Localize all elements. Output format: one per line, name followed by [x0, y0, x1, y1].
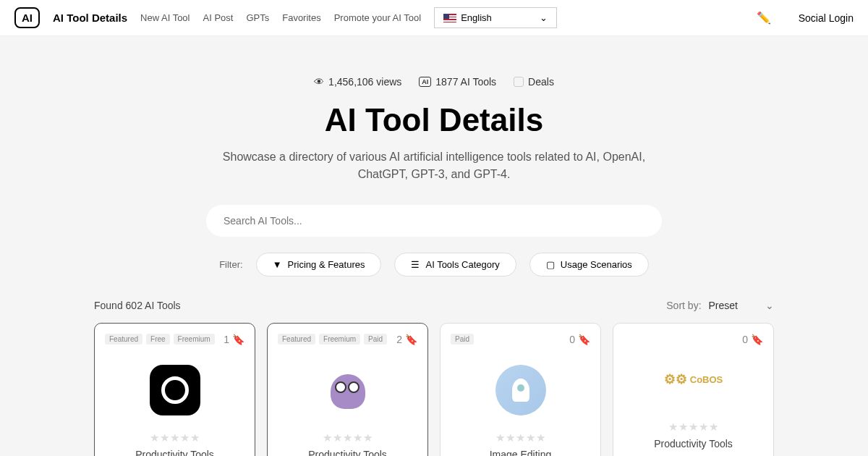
- card-grid: Featured Free Freemium 1 🔖 ★★★★★ Product…: [0, 323, 868, 456]
- filter-icon: ▼: [273, 259, 282, 270]
- eye-icon: 👁: [314, 76, 324, 88]
- bookmark-icon: 🔖: [751, 334, 763, 345]
- tag: Featured: [278, 334, 315, 345]
- ai-badge-icon: AI: [419, 77, 431, 87]
- tag: Featured: [105, 334, 142, 345]
- language-label: English: [461, 12, 492, 23]
- tool-logo: ⚙⚙CoBOS: [624, 347, 763, 412]
- tool-category: Productivity Tools: [278, 449, 417, 456]
- tool-logo: [278, 358, 417, 423]
- rating-stars: ★★★★★: [105, 431, 244, 444]
- language-selector[interactable]: English ⌄: [434, 7, 557, 28]
- rating-stars: ★★★★★: [278, 431, 417, 444]
- flag-icon: [443, 14, 456, 22]
- edit-icon[interactable]: ✏️: [757, 11, 771, 25]
- search-input[interactable]: [224, 215, 644, 227]
- tag: Freemium: [174, 334, 215, 345]
- filter-row: Filter: ▼ Pricing & Features ☰ AI Tools …: [14, 253, 854, 276]
- tool-card[interactable]: 0 🔖 ⚙⚙CoBOS ★★★★★ Productivity Tools: [613, 323, 774, 456]
- tag: Paid: [451, 334, 474, 345]
- tool-count-stat: AI 1877 AI Tools: [419, 76, 496, 88]
- page-subtitle: Showcase a directory of various AI artif…: [210, 148, 658, 183]
- tool-category: Image Editing: [451, 449, 590, 456]
- filter-usage-button[interactable]: ▢ Usage Scenarios: [529, 253, 649, 276]
- stats-bar: 👁 1,456,106 views AI 1877 AI Tools Deals: [14, 76, 854, 88]
- bookmark-icon: 🔖: [578, 334, 590, 345]
- filter-usage-label: Usage Scenarios: [561, 259, 632, 270]
- bookmark-count: 2: [396, 334, 402, 345]
- sort-value: Preset: [709, 300, 738, 311]
- tool-card[interactable]: Paid 0 🔖 ★★★★★ Image Editing: [440, 323, 601, 456]
- gears-icon: ⚙⚙: [664, 371, 687, 387]
- bookmark-count: 0: [569, 334, 575, 345]
- tag: Free: [146, 334, 170, 345]
- results-bar: Found 602 AI Tools Sort by: Preset ⌄: [0, 291, 868, 323]
- rating-stars: ★★★★★: [624, 421, 763, 434]
- tool-category: Productivity Tools: [105, 449, 244, 456]
- bookmark-icon: 🔖: [232, 334, 244, 345]
- results-count: Found 602 AI Tools: [94, 300, 181, 311]
- chevron-down-icon: ⌄: [540, 12, 548, 23]
- checkbox-icon[interactable]: [514, 77, 524, 87]
- tag: Freemium: [319, 334, 360, 345]
- sort-label: Sort by:: [666, 300, 701, 311]
- tool-card[interactable]: Featured Freemium Paid 2 🔖 ★★★★★ Product…: [267, 323, 428, 456]
- nav-favorites[interactable]: Favorites: [282, 12, 320, 23]
- filter-category-label: AI Tools Category: [425, 259, 499, 270]
- page-title: AI Tool Details: [14, 102, 854, 138]
- hero-section: 👁 1,456,106 views AI 1877 AI Tools Deals…: [0, 36, 868, 291]
- nav-promote[interactable]: Promote your AI Tool: [334, 12, 421, 23]
- filter-pricing-button[interactable]: ▼ Pricing & Features: [256, 253, 382, 276]
- filter-pricing-label: Pricing & Features: [288, 259, 365, 270]
- tool-count: 1877 AI Tools: [435, 76, 496, 88]
- bookmark-button[interactable]: 1 🔖: [224, 334, 244, 345]
- header: AI AI Tool Details New AI Tool AI Post G…: [0, 0, 868, 36]
- views-count: 1,456,106 views: [328, 76, 401, 88]
- list-icon: ☰: [411, 259, 420, 270]
- nav-new-ai-tool[interactable]: New AI Tool: [140, 12, 190, 23]
- filter-category-button[interactable]: ☰ AI Tools Category: [394, 253, 516, 276]
- bookmark-button[interactable]: 0 🔖: [569, 334, 590, 345]
- views-stat: 👁 1,456,106 views: [314, 76, 401, 88]
- search-container: [206, 205, 662, 237]
- tag: Paid: [364, 334, 387, 345]
- bookmark-count: 1: [224, 334, 229, 345]
- bookmark-count: 0: [742, 334, 748, 345]
- sort-control[interactable]: Sort by: Preset ⌄: [666, 300, 774, 311]
- social-login-button[interactable]: Social Login: [799, 12, 854, 24]
- chevron-down-icon: ⌄: [765, 300, 774, 311]
- bookmark-button[interactable]: 0 🔖: [742, 334, 763, 345]
- nav-ai-post[interactable]: AI Post: [203, 12, 234, 23]
- brand-text: CoBOS: [690, 374, 723, 385]
- tool-card[interactable]: Featured Free Freemium 1 🔖 ★★★★★ Product…: [94, 323, 255, 456]
- nav-gpts[interactable]: GPTs: [246, 12, 269, 23]
- tool-logo: [451, 358, 590, 423]
- logo[interactable]: AI: [14, 7, 40, 28]
- bookmark-icon: 🔖: [405, 334, 417, 345]
- deals-filter[interactable]: Deals: [514, 76, 554, 88]
- rating-stars: ★★★★★: [451, 431, 590, 444]
- tool-logo: [105, 358, 244, 423]
- tool-category: Productivity Tools: [624, 438, 763, 449]
- brand-name[interactable]: AI Tool Details: [53, 12, 127, 24]
- bookmark-button[interactable]: 2 🔖: [396, 334, 417, 345]
- device-icon: ▢: [546, 259, 555, 270]
- filter-label: Filter:: [219, 259, 243, 270]
- deals-label: Deals: [528, 76, 554, 88]
